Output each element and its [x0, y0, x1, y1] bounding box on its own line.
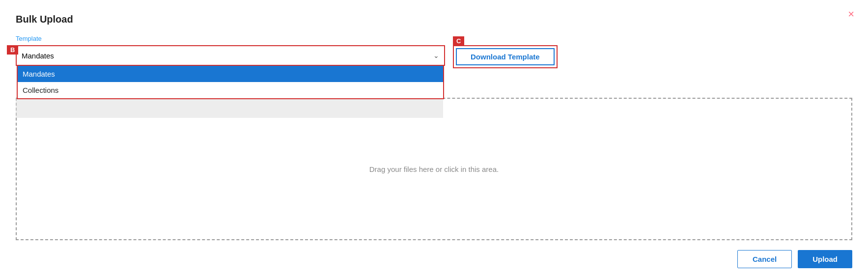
- upload-button[interactable]: Upload: [798, 250, 852, 268]
- upload-area-text: Drag your files here or click in this ar…: [369, 165, 499, 173]
- template-label: Template: [16, 35, 852, 42]
- dropdown-option-collections[interactable]: Collections: [18, 82, 443, 98]
- dropdown-option-mandates[interactable]: Mandates: [18, 66, 443, 82]
- footer-buttons: Cancel Upload: [737, 250, 852, 268]
- template-select[interactable]: Mandates Collections: [17, 46, 444, 65]
- modal-title: Bulk Upload: [16, 14, 852, 25]
- download-template-button[interactable]: Download Template: [456, 48, 555, 65]
- label-b-badge: B: [7, 45, 18, 55]
- cancel-button[interactable]: Cancel: [737, 250, 792, 268]
- template-select-wrapper: Mandates Collections ⌄ Mandates Collecti…: [16, 45, 445, 66]
- download-btn-wrapper: C Download Template: [453, 45, 558, 68]
- label-c-badge: C: [453, 36, 464, 46]
- close-button[interactable]: ×: [848, 9, 854, 20]
- download-template-button-outer: Download Template: [453, 45, 558, 68]
- template-row: B Mandates Collections ⌄ Mandates Collec…: [16, 45, 852, 68]
- dropdown-menu: Mandates Collections: [17, 65, 444, 99]
- file-upload-area[interactable]: Drag your files here or click in this ar…: [16, 98, 852, 240]
- bulk-upload-modal: × Bulk Upload Template B Mandates Collec…: [0, 0, 868, 279]
